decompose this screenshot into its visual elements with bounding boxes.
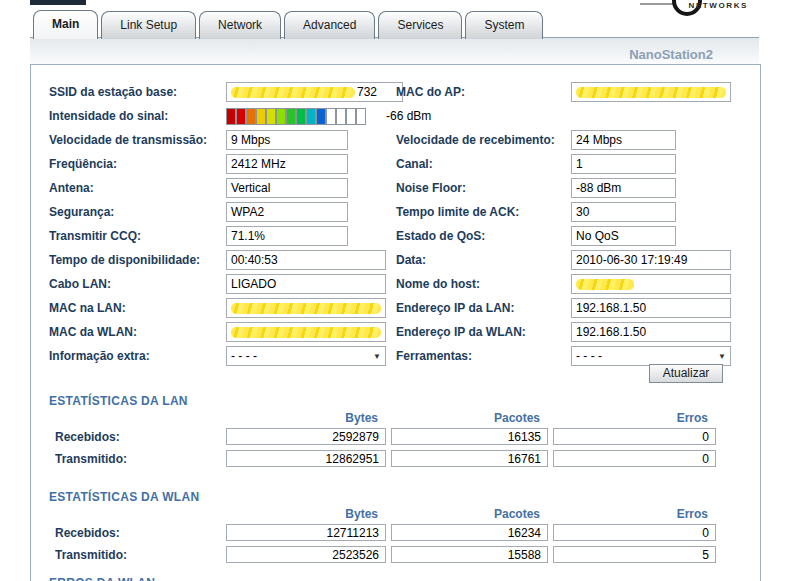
- field-label-nome-do-host: Nome do host:: [396, 277, 480, 291]
- field-label-freq-ncia: Freqüência:: [49, 157, 117, 171]
- field-label-antena: Antena:: [49, 181, 94, 195]
- signal-cell-empty: [336, 108, 346, 125]
- field-value-mac-do-ap: [571, 82, 731, 102]
- redaction-scribble: [231, 327, 381, 338]
- tab-system[interactable]: System: [465, 11, 543, 39]
- tab-network[interactable]: Network: [199, 11, 281, 39]
- networks-label: NETWORKS: [689, 1, 748, 10]
- field-label-mac-da-wlan: MAC da WLAN:: [49, 325, 137, 339]
- field-value-transmitir-ccq: 71.1%: [226, 226, 348, 246]
- signal-cell-filled: [236, 108, 246, 125]
- stats-row-label-recebidos: Recebidos:: [55, 430, 120, 444]
- signal-cell-filled: [256, 108, 266, 125]
- signal-cell-empty: [356, 108, 366, 125]
- tab-advanced[interactable]: Advanced: [284, 11, 375, 39]
- field-label-data: Data:: [396, 253, 426, 267]
- stats-column-header-bytes: Bytes: [226, 507, 386, 521]
- brand-logo-line: [640, 3, 676, 5]
- product-name: NanoStation2: [629, 47, 713, 62]
- section-title-erros-da-wlan: ERROS DA WLAN: [49, 576, 155, 581]
- refresh-button[interactable]: Atualizar: [649, 364, 723, 383]
- stats-value: 0: [553, 524, 716, 541]
- tab-services[interactable]: Services: [378, 11, 462, 39]
- tab-main[interactable]: Main: [33, 10, 98, 39]
- brand-logo-fragment: [30, 0, 86, 5]
- header-band: NanoStation2: [30, 37, 759, 65]
- chevron-down-icon: ▼: [718, 352, 726, 361]
- tab-link-setup[interactable]: Link Setup: [101, 11, 196, 39]
- airos-status-page: NETWORKS MainLink SetupNetworkAdvancedSe…: [0, 0, 790, 581]
- field-label-canal: Canal:: [396, 157, 433, 171]
- signal-cell-filled: [246, 108, 256, 125]
- signal-reading: -66 dBm: [386, 109, 431, 123]
- field-value-cabo-lan: LIGADO: [226, 274, 386, 294]
- stats-value: 0: [553, 428, 716, 445]
- redaction-scribble: [576, 87, 726, 98]
- field-value-nome-do-host: [571, 274, 731, 294]
- stats-value: 12862951: [226, 450, 386, 467]
- stats-row-label-transmitido: Transmitido:: [55, 548, 127, 562]
- field-label-tempo-de-disponibilidade: Tempo de disponibilidade:: [49, 253, 200, 267]
- field-label-tempo-limite-de-ack: Tempo limite de ACK:: [396, 205, 519, 219]
- stats-column-header-pacotes: Pacotes: [391, 507, 548, 521]
- dropdown-value: - - - -: [576, 349, 602, 363]
- signal-strength-bar: [226, 108, 366, 123]
- field-value-endere-o-ip-da-lan: 192.168.1.50: [571, 298, 731, 318]
- dropdown-informa-o-extra[interactable]: - - - -▼: [226, 346, 386, 366]
- field-label-velocidade-de-transmiss-o: Velocidade de transmissão:: [49, 133, 207, 147]
- field-value-canal: 1: [571, 154, 676, 174]
- field-value-data: 2010-06-30 17:19:49: [571, 250, 731, 270]
- stats-column-header-erros: Erros: [553, 507, 716, 521]
- stats-value: 2523526: [226, 546, 386, 563]
- stats-value: 16761: [391, 450, 548, 467]
- redaction-scribble: [231, 87, 355, 98]
- field-label-noise-floor: Noise Floor:: [396, 181, 466, 195]
- signal-cell-filled: [296, 108, 306, 125]
- field-label-informa-o-extra: Informação extra:: [49, 349, 150, 363]
- field-label-velocidade-de-recebimento: Velocidade de recebimento:: [396, 133, 555, 147]
- stats-column-header-pacotes: Pacotes: [391, 411, 548, 425]
- field-label-estado-de-qos: Estado de QoS:: [396, 229, 485, 243]
- stats-value: 15588: [391, 546, 548, 563]
- field-label-ferramentas: Ferramentas:: [396, 349, 472, 363]
- signal-cell-empty: [346, 108, 356, 125]
- field-value-velocidade-de-recebimento: 24 Mbps: [571, 130, 676, 150]
- field-label-transmitir-ccq: Transmitir CCQ:: [49, 229, 141, 243]
- field-value-tempo-limite-de-ack: 30: [571, 202, 676, 222]
- field-value-velocidade-de-transmiss-o: 9 Mbps: [226, 130, 348, 150]
- stats-value: 12711213: [226, 524, 386, 541]
- field-label-endere-o-ip-da-lan: Endereço IP da LAN:: [396, 301, 514, 315]
- field-value-noise-floor: -88 dBm: [571, 178, 676, 198]
- signal-cell-filled: [276, 108, 286, 125]
- tab-bar: MainLink SetupNetworkAdvancedServicesSys…: [33, 10, 543, 39]
- field-label-intensidade-do-sinal: Intensidade do sinal:: [49, 109, 168, 123]
- signal-cell-filled: [266, 108, 276, 125]
- stats-value: 5: [553, 546, 716, 563]
- field-value-endere-o-ip-da-wlan: 192.168.1.50: [571, 322, 731, 342]
- field-value-antena: Vertical: [226, 178, 348, 198]
- redaction-scribble: [231, 303, 381, 314]
- stats-value: 0: [553, 450, 716, 467]
- stats-value: 2592879: [226, 428, 386, 445]
- redaction-scribble: [576, 279, 634, 290]
- stats-column-header-bytes: Bytes: [226, 411, 386, 425]
- field-value-seguran-a: WPA2: [226, 202, 348, 222]
- field-value-mac-da-wlan: [226, 322, 386, 342]
- signal-cell-filled: [316, 108, 326, 125]
- field-value-fragment: 732: [357, 85, 377, 99]
- field-label-mac-na-lan: MAC na LAN:: [49, 301, 126, 315]
- signal-cell-filled: [226, 108, 236, 125]
- signal-cell-filled: [306, 108, 316, 125]
- field-value-ssid-da-esta-o-base: 732: [226, 82, 403, 102]
- dropdown-ferramentas[interactable]: - - - -▼: [571, 346, 731, 366]
- field-value-tempo-de-disponibilidade: 00:40:53: [226, 250, 386, 270]
- stats-row-label-recebidos: Recebidos:: [55, 526, 120, 540]
- chevron-down-icon: ▼: [373, 352, 381, 361]
- section-title-estat-sticas-da-wlan: ESTATÍSTICAS DA WLAN: [49, 490, 199, 504]
- stats-value: 16234: [391, 524, 548, 541]
- stats-row-label-transmitido: Transmitido:: [55, 452, 127, 466]
- field-value-estado-de-qos: No QoS: [571, 226, 676, 246]
- field-value-mac-na-lan: [226, 298, 386, 318]
- field-label-mac-do-ap: MAC do AP:: [396, 85, 465, 99]
- field-label-ssid-da-esta-o-base: SSID da estação base:: [49, 85, 177, 99]
